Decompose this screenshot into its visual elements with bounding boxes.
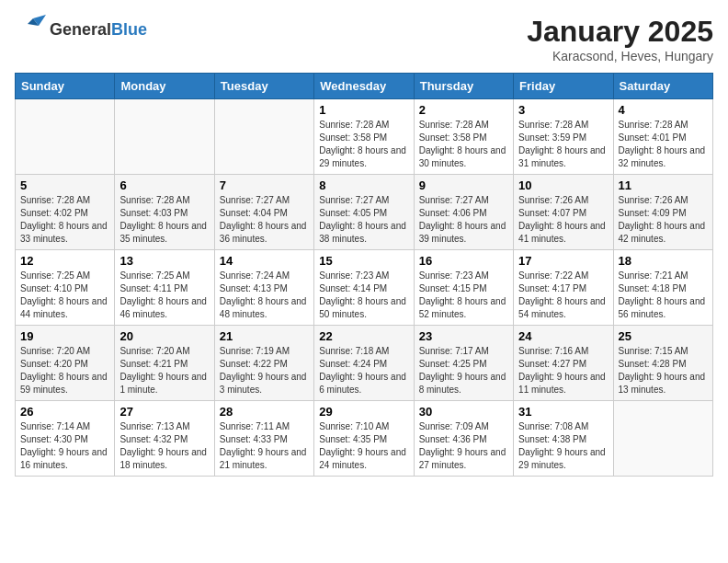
calendar-cell: 14Sunrise: 7:24 AM Sunset: 4:13 PM Dayli… [214,250,313,326]
day-number: 6 [119,178,209,192]
day-info: Sunrise: 7:24 AM Sunset: 4:13 PM Dayligh… [220,270,309,321]
calendar-table: SundayMondayTuesdayWednesdayThursdayFrid… [15,73,713,477]
calendar-week-5: 26Sunrise: 7:14 AM Sunset: 4:30 PM Dayli… [16,401,713,477]
day-number: 4 [619,103,708,117]
day-number: 23 [419,329,508,343]
day-number: 11 [619,178,708,192]
day-info: Sunrise: 7:27 AM Sunset: 4:05 PM Dayligh… [319,194,408,246]
day-info: Sunrise: 7:20 AM Sunset: 4:20 PM Dayligh… [20,345,109,396]
day-info: Sunrise: 7:26 AM Sunset: 4:09 PM Dayligh… [619,194,708,246]
day-info: Sunrise: 7:08 AM Sunset: 4:38 PM Dayligh… [518,420,608,472]
calendar-subtitle: Karacsond, Heves, Hungary [527,49,713,63]
day-info: Sunrise: 7:14 AM Sunset: 4:30 PM Dayligh… [20,420,109,472]
logo-icon [15,15,46,44]
calendar-week-2: 5Sunrise: 7:28 AM Sunset: 4:02 PM Daylig… [16,175,713,250]
calendar-cell: 16Sunrise: 7:23 AM Sunset: 4:15 PM Dayli… [414,250,513,326]
day-number: 22 [319,329,408,343]
calendar-cell: 24Sunrise: 7:16 AM Sunset: 4:27 PM Dayli… [514,326,613,401]
calendar-cell: 29Sunrise: 7:10 AM Sunset: 4:35 PM Dayli… [314,401,414,477]
day-number: 7 [220,178,309,192]
calendar-cell: 23Sunrise: 7:17 AM Sunset: 4:25 PM Dayli… [414,326,513,401]
day-number: 10 [518,178,608,192]
calendar-cell: 10Sunrise: 7:26 AM Sunset: 4:07 PM Dayli… [514,175,613,250]
day-info: Sunrise: 7:11 AM Sunset: 4:33 PM Dayligh… [220,420,309,472]
day-info: Sunrise: 7:28 AM Sunset: 3:58 PM Dayligh… [319,119,408,170]
day-number: 21 [220,329,309,343]
day-info: Sunrise: 7:27 AM Sunset: 4:04 PM Dayligh… [220,194,309,246]
day-info: Sunrise: 7:23 AM Sunset: 4:15 PM Dayligh… [419,270,508,321]
weekday-header-saturday: Saturday [613,74,712,99]
calendar-cell: 28Sunrise: 7:11 AM Sunset: 4:33 PM Dayli… [214,401,313,477]
calendar-cell: 3Sunrise: 7:28 AM Sunset: 3:59 PM Daylig… [514,99,613,175]
calendar-cell: 20Sunrise: 7:20 AM Sunset: 4:21 PM Dayli… [115,326,214,401]
weekday-header-tuesday: Tuesday [214,74,313,99]
weekday-header-sunday: Sunday [16,74,115,99]
day-info: Sunrise: 7:26 AM Sunset: 4:07 PM Dayligh… [518,194,608,246]
calendar-cell: 12Sunrise: 7:25 AM Sunset: 4:10 PM Dayli… [16,250,115,326]
calendar-cell: 8Sunrise: 7:27 AM Sunset: 4:05 PM Daylig… [314,175,414,250]
day-number: 20 [119,329,209,343]
calendar-cell: 17Sunrise: 7:22 AM Sunset: 4:17 PM Dayli… [514,250,613,326]
page-header: GeneralBlue January 2025 Karacsond, Heve… [15,15,713,63]
day-number: 30 [419,405,508,419]
day-number: 13 [119,254,209,268]
calendar-cell: 7Sunrise: 7:27 AM Sunset: 4:04 PM Daylig… [214,175,313,250]
day-info: Sunrise: 7:21 AM Sunset: 4:18 PM Dayligh… [619,270,708,321]
day-number: 15 [319,254,408,268]
calendar-cell: 5Sunrise: 7:28 AM Sunset: 4:02 PM Daylig… [16,175,115,250]
weekday-header-thursday: Thursday [414,74,513,99]
weekday-header-monday: Monday [115,74,214,99]
logo: GeneralBlue [15,15,147,44]
day-info: Sunrise: 7:27 AM Sunset: 4:06 PM Dayligh… [419,194,508,246]
logo-general-text: General [50,20,111,39]
day-info: Sunrise: 7:15 AM Sunset: 4:28 PM Dayligh… [619,345,708,396]
day-info: Sunrise: 7:18 AM Sunset: 4:24 PM Dayligh… [319,345,408,396]
day-info: Sunrise: 7:19 AM Sunset: 4:22 PM Dayligh… [220,345,309,396]
calendar-week-4: 19Sunrise: 7:20 AM Sunset: 4:20 PM Dayli… [16,326,713,401]
day-number: 19 [20,329,109,343]
day-number: 28 [220,405,309,419]
calendar-cell: 6Sunrise: 7:28 AM Sunset: 4:03 PM Daylig… [115,175,214,250]
calendar-cell [115,99,214,175]
calendar-cell: 1Sunrise: 7:28 AM Sunset: 3:58 PM Daylig… [314,99,414,175]
weekday-header-row: SundayMondayTuesdayWednesdayThursdayFrid… [16,74,713,99]
day-info: Sunrise: 7:28 AM Sunset: 4:01 PM Dayligh… [619,119,708,170]
calendar-week-3: 12Sunrise: 7:25 AM Sunset: 4:10 PM Dayli… [16,250,713,326]
day-info: Sunrise: 7:09 AM Sunset: 4:36 PM Dayligh… [419,420,508,472]
calendar-cell: 25Sunrise: 7:15 AM Sunset: 4:28 PM Dayli… [613,326,712,401]
calendar-cell: 9Sunrise: 7:27 AM Sunset: 4:06 PM Daylig… [414,175,513,250]
day-number: 9 [419,178,508,192]
day-info: Sunrise: 7:13 AM Sunset: 4:32 PM Dayligh… [119,420,209,472]
day-number: 25 [619,329,708,343]
calendar-cell: 15Sunrise: 7:23 AM Sunset: 4:14 PM Dayli… [314,250,414,326]
calendar-cell: 2Sunrise: 7:28 AM Sunset: 3:58 PM Daylig… [414,99,513,175]
calendar-cell: 19Sunrise: 7:20 AM Sunset: 4:20 PM Dayli… [16,326,115,401]
day-info: Sunrise: 7:20 AM Sunset: 4:21 PM Dayligh… [119,345,209,396]
calendar-cell: 18Sunrise: 7:21 AM Sunset: 4:18 PM Dayli… [613,250,712,326]
calendar-cell: 22Sunrise: 7:18 AM Sunset: 4:24 PM Dayli… [314,326,414,401]
day-number: 2 [419,103,508,117]
day-number: 1 [319,103,408,117]
day-info: Sunrise: 7:28 AM Sunset: 3:58 PM Dayligh… [419,119,508,170]
calendar-cell: 11Sunrise: 7:26 AM Sunset: 4:09 PM Dayli… [613,175,712,250]
calendar-cell [214,99,313,175]
day-number: 26 [20,405,109,419]
day-number: 17 [518,254,608,268]
day-number: 12 [20,254,109,268]
calendar-header: January 2025 Karacsond, Heves, Hungary [527,15,713,63]
day-info: Sunrise: 7:16 AM Sunset: 4:27 PM Dayligh… [518,345,608,396]
day-info: Sunrise: 7:17 AM Sunset: 4:25 PM Dayligh… [419,345,508,396]
day-info: Sunrise: 7:28 AM Sunset: 4:03 PM Dayligh… [119,194,209,246]
day-number: 24 [518,329,608,343]
calendar-cell [613,401,712,477]
day-number: 8 [319,178,408,192]
calendar-cell: 4Sunrise: 7:28 AM Sunset: 4:01 PM Daylig… [613,99,712,175]
calendar-cell: 13Sunrise: 7:25 AM Sunset: 4:11 PM Dayli… [115,250,214,326]
day-info: Sunrise: 7:28 AM Sunset: 4:02 PM Dayligh… [20,194,109,246]
day-number: 5 [20,178,109,192]
day-info: Sunrise: 7:28 AM Sunset: 3:59 PM Dayligh… [518,119,608,170]
weekday-header-wednesday: Wednesday [314,74,414,99]
calendar-cell: 26Sunrise: 7:14 AM Sunset: 4:30 PM Dayli… [16,401,115,477]
calendar-cell: 31Sunrise: 7:08 AM Sunset: 4:38 PM Dayli… [514,401,613,477]
day-number: 18 [619,254,708,268]
